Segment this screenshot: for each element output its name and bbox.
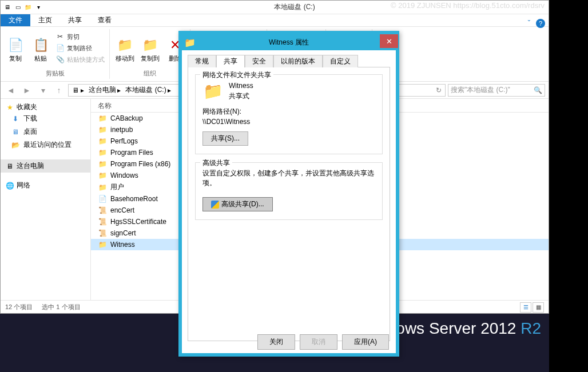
file-icon: 📄 [98,194,107,203]
sidebar-favorites[interactable]: ★收藏夹 [1,102,90,112]
cut-button[interactable]: ✂剪切 [54,31,106,42]
share-button[interactable]: 共享(S)... [202,131,248,146]
network-share-group-title: 网络文件和文件夹共享 [200,70,273,80]
downloads-icon: ⬇ [11,114,20,123]
file-name: PerfLogs [110,137,138,145]
properties-dialog: 📁 Witness 属性 ✕ 常规 共享 安全 以前的版本 自定义 网络文件和文… [178,31,399,357]
advanced-share-group-title: 高级共享 [200,158,232,168]
netpath-label: 网络路径(N): [202,107,375,117]
view-large-icon[interactable]: ▦ [533,302,544,313]
cert-icon: 📜 [98,229,107,238]
share-state: 共享式 [229,91,253,101]
folder-icon: 📁 [98,148,107,157]
share-folder-icon: 📁 [202,81,223,101]
search-icon: 🔍 [534,86,542,94]
cut-icon: ✂ [55,32,65,41]
file-name: Windows [110,171,138,179]
forward-button[interactable]: ► [20,83,34,97]
dialog-apply-button[interactable]: 应用(A) [342,334,389,350]
folder-icon: 📁 [98,125,107,134]
folder-icon: 📁 [98,114,107,123]
paste-icon: 📋 [31,36,50,54]
minimize-ribbon-icon[interactable]: ˇ [528,19,530,28]
tab-general[interactable]: 常规 [188,55,216,67]
close-button[interactable]: ✕ [380,34,398,48]
network-icon: 🌐 [5,181,14,190]
sidebar-recent[interactable]: 📂最近访问的位置 [1,138,90,151]
copy-icon: 📄 [6,36,25,54]
back-button[interactable]: ◄ [4,83,18,97]
app-icon: 🖥 [3,3,12,12]
breadcrumb-refresh-icon[interactable]: ↻ [434,86,444,94]
folder-icon: 📁 [98,183,107,192]
dialog-folder-icon: 📁 [182,37,198,48]
advanced-share-group: 高级共享 设置自定义权限，创建多个共享，并设置其他高级共享选项。 高级共享(D)… [195,162,383,220]
file-name: Program Files (x86) [110,160,170,168]
tab-file[interactable]: 文件 [1,14,30,26]
tab-previous-versions[interactable]: 以前的版本 [273,55,323,67]
tab-sharing[interactable]: 共享 [216,55,245,67]
view-details-icon[interactable]: ☰ [520,302,531,313]
tab-custom[interactable]: 自定义 [323,55,358,67]
copypath-icon: 📄 [55,43,65,53]
share-folder-name: Witness [229,81,253,91]
file-name: HgsSSLCertificate [110,218,166,226]
recent-icon: 📂 [11,141,20,150]
tab-view[interactable]: 查看 [90,14,120,26]
sidebar-desktop[interactable]: 🖥桌面 [1,125,90,138]
advanced-share-desc: 设置自定义权限，创建多个共享，并设置其他高级共享选项。 [202,169,375,188]
qat-dropdown-icon[interactable]: ▾ [34,3,43,12]
network-share-group: 网络文件和文件夹共享 📁 Witness 共享式 网络路径(N): \\DC01… [195,74,383,154]
dialog-titlebar: 📁 Witness 属性 ✕ [182,34,396,50]
pasteshortcut-icon: 📎 [55,55,65,64]
search-placeholder: 搜索"本地磁盘 (C:)" [451,85,510,95]
copypath-button[interactable]: 📄复制路径 [54,43,106,53]
copyto-icon: 📁 [141,36,159,54]
breadcrumb-pc[interactable]: 这台电脑 ▸ [86,85,123,95]
qat-properties-icon[interactable]: ▭ [13,3,22,12]
file-name: inetpub [110,126,133,134]
dialog-cancel-button[interactable]: 取消 [300,334,337,350]
desktop-icon: 🖥 [11,127,20,137]
shield-icon [211,201,219,209]
breadcrumb-pc-icon[interactable]: 🖥 ▸ [70,86,86,94]
sidebar-thispc[interactable]: 🖥这台电脑 [1,159,90,173]
breadcrumb-drive[interactable]: 本地磁盘 (C:) ▸ [123,85,173,95]
cert-icon: 📜 [98,217,107,226]
group-organize-label: 组织 [113,68,186,78]
paste-button[interactable]: 📋粘贴 [29,30,52,68]
moveto-icon: 📁 [116,36,134,54]
status-selected-count: 选中 1 个项目 [42,303,80,311]
watermark-text: © 2019 ZJUNSEN https://blog.51cto.com/rd… [391,1,545,10]
status-item-count: 12 个项目 [5,303,33,311]
dialog-close-button[interactable]: 关闭 [257,334,295,350]
cert-icon: 📜 [98,206,107,215]
recent-dropdown[interactable]: ▾ [36,83,50,97]
advanced-share-button[interactable]: 高级共享(D)... [202,197,273,211]
folder-icon: 📁 [98,240,107,249]
group-clipboard-label: 剪贴板 [4,68,106,78]
copy-button[interactable]: 📄复制 [4,30,27,68]
search-input[interactable]: 搜索"本地磁盘 (C:)" 🔍 [448,84,545,97]
qat-newfolder-icon[interactable]: 📁 [23,3,33,12]
pasteshortcut-button[interactable]: 📎粘贴快捷方式 [54,54,106,65]
sidebar: ★收藏夹 ⬇下载 🖥桌面 📂最近访问的位置 🖥这台电脑 🌐网络 [1,99,91,300]
copyto-button[interactable]: 📁复制到 [138,30,161,68]
tab-share[interactable]: 共享 [60,14,90,26]
menubar: 文件 主页 共享 查看 ˇ ? [1,14,549,27]
help-icon[interactable]: ? [536,19,545,28]
dialog-footer: 关闭 取消 应用(A) [182,330,396,353]
moveto-button[interactable]: 📁移动到 [113,30,136,68]
file-name: encCert [110,206,134,214]
pc-icon: 🖥 [5,162,14,171]
sidebar-downloads[interactable]: ⬇下载 [1,112,90,125]
star-icon: ★ [5,103,14,112]
tab-security[interactable]: 安全 [245,55,273,67]
netpath-value: \\DC01\Witness [202,118,375,126]
dialog-tabs: 常规 共享 安全 以前的版本 自定义 [188,55,390,67]
tab-home[interactable]: 主页 [30,14,60,26]
file-name: Program Files [110,149,153,157]
up-button[interactable]: ↑ [52,83,66,97]
sidebar-network[interactable]: 🌐网络 [1,181,90,190]
file-name: CABackup [110,114,143,122]
